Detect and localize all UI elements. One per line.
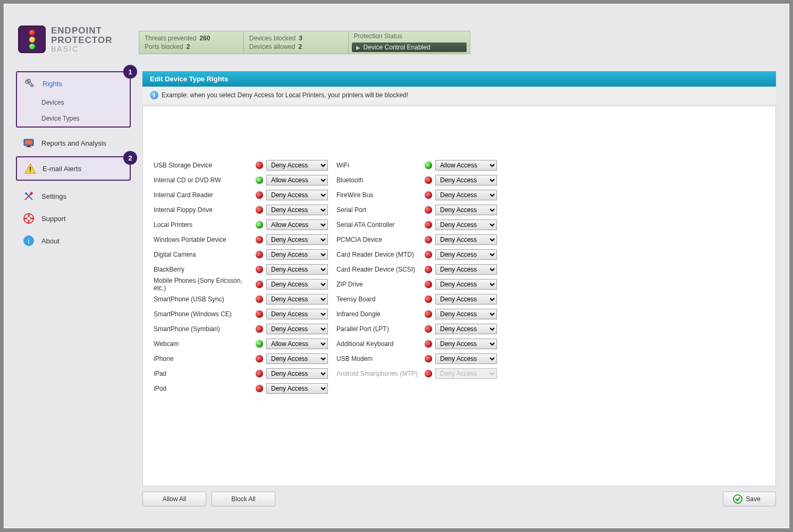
deny-dot-icon	[425, 310, 432, 318]
access-select[interactable]: Allow AccessDeny Access	[266, 294, 328, 305]
brand-line-3: BASIC	[51, 45, 112, 53]
access-select[interactable]: Allow AccessDeny Access	[435, 309, 497, 319]
access-select[interactable]: Allow AccessDeny Access	[266, 234, 328, 245]
access-select[interactable]: Allow AccessDeny Access	[435, 190, 497, 200]
panel-body: USB Storage DeviceAllow AccessDeny Acces…	[142, 106, 776, 486]
access-select[interactable]: Allow AccessDeny Access	[435, 353, 497, 364]
device-label: FireWire Bus	[336, 191, 421, 199]
keys-icon	[23, 78, 37, 89]
deny-dot-icon	[425, 266, 432, 273]
device-row: Digital CameraAllow AccessDeny Access	[154, 249, 328, 260]
allow-dot-icon	[425, 162, 432, 169]
block-all-button[interactable]: Block All	[212, 492, 275, 506]
access-select[interactable]: Allow AccessDeny Access	[435, 339, 497, 349]
access-select[interactable]: Allow AccessDeny Access	[435, 219, 497, 230]
access-select: Allow AccessDeny Access	[435, 368, 497, 379]
access-select[interactable]: Allow AccessDeny Access	[435, 205, 497, 215]
access-select[interactable]: Allow AccessDeny Access	[266, 219, 328, 230]
nav-reports[interactable]: Reports and Analysis	[16, 132, 131, 154]
deny-dot-icon	[425, 295, 432, 303]
lifering-icon	[22, 213, 36, 224]
access-select[interactable]: Allow AccessDeny Access	[266, 205, 328, 215]
access-select[interactable]: Allow AccessDeny Access	[435, 279, 497, 290]
app-frame: ENDPOINT PROTECTOR BASIC Threats prevent…	[0, 0, 793, 532]
device-row: Card Reader Device (MTD)Allow AccessDeny…	[336, 249, 497, 260]
access-select[interactable]: Allow AccessDeny Access	[266, 264, 328, 275]
access-select[interactable]: Allow AccessDeny Access	[266, 160, 328, 171]
access-select[interactable]: Allow AccessDeny Access	[266, 368, 328, 379]
deny-dot-icon	[256, 355, 263, 362]
device-label: Webcam	[154, 340, 252, 348]
nav-rights[interactable]: Rights	[17, 72, 130, 95]
device-row: SmartPhone (USB Sync)Allow AccessDeny Ac…	[154, 293, 328, 305]
device-label: USB Storage Device	[154, 162, 252, 169]
play-icon: ▶	[356, 45, 360, 50]
save-button[interactable]: Save	[723, 492, 776, 506]
device-label: iPhone	[154, 355, 252, 362]
device-row: Serial ATA ControllerAllow AccessDeny Ac…	[336, 219, 497, 231]
access-select[interactable]: Allow AccessDeny Access	[266, 309, 328, 319]
nav-settings-label: Settings	[41, 192, 66, 200]
callout-2: 2	[123, 151, 137, 165]
device-row: iPadAllow AccessDeny Access	[154, 368, 328, 379]
access-select[interactable]: Allow AccessDeny Access	[266, 324, 328, 334]
protection-title: Protection Status	[349, 31, 470, 40]
device-label: Internal Card Reader	[154, 191, 252, 199]
ports-value: 2	[187, 43, 190, 50]
nav-support[interactable]: Support	[16, 207, 131, 230]
device-row: Parallel Port (LPT)Allow AccessDeny Acce…	[336, 323, 497, 335]
info-icon: i	[22, 235, 36, 247]
access-select[interactable]: Allow AccessDeny Access	[266, 383, 328, 394]
device-label: SmartPhone (USB Sync)	[154, 295, 252, 303]
device-label: WiFi	[336, 162, 421, 169]
blocked-value: 3	[299, 35, 302, 42]
device-column-right: WiFiAllow AccessDeny AccessBluetoothAllo…	[336, 159, 497, 379]
access-select[interactable]: Allow AccessDeny Access	[435, 264, 497, 275]
deny-dot-icon	[425, 370, 432, 377]
device-row: Infrared DongleAllow AccessDeny Access	[336, 308, 497, 320]
access-select[interactable]: Allow AccessDeny Access	[266, 353, 328, 364]
deny-dot-icon	[425, 221, 432, 229]
nav-about[interactable]: i About	[16, 230, 131, 252]
brand-text: ENDPOINT PROTECTOR BASIC	[51, 26, 112, 53]
device-row: Internal Card ReaderAllow AccessDeny Acc…	[154, 189, 328, 201]
access-select[interactable]: Allow AccessDeny Access	[435, 175, 497, 185]
nav-device-types-label: Device Types	[41, 115, 80, 122]
device-row: Internal CD or DVD RWAllow AccessDeny Ac…	[154, 174, 328, 186]
device-label: SmartPhone (Windows CE)	[154, 310, 252, 318]
access-select[interactable]: Allow AccessDeny Access	[266, 339, 328, 349]
deny-dot-icon	[256, 251, 263, 258]
device-label: ZIP Drive	[336, 281, 421, 288]
access-select[interactable]: Allow AccessDeny Access	[435, 160, 497, 171]
access-select[interactable]: Allow AccessDeny Access	[266, 279, 328, 290]
svg-rect-6	[30, 167, 31, 170]
access-select[interactable]: Allow AccessDeny Access	[435, 324, 497, 334]
access-select[interactable]: Allow AccessDeny Access	[435, 234, 497, 245]
device-row: PCMCIA DeviceAllow AccessDeny Access	[336, 234, 497, 246]
device-row: FireWire BusAllow AccessDeny Access	[336, 189, 497, 201]
allow-all-button[interactable]: Allow All	[142, 492, 206, 506]
deny-dot-icon	[425, 236, 432, 243]
access-select[interactable]: Allow AccessDeny Access	[266, 190, 328, 200]
panel-title: Edit Device Type Rights	[142, 71, 776, 87]
svg-text:i: i	[28, 237, 30, 245]
access-select[interactable]: Allow AccessDeny Access	[266, 249, 328, 260]
deny-dot-icon	[425, 251, 432, 258]
nav-settings[interactable]: Settings	[16, 185, 131, 207]
device-label: BlackBerry	[154, 266, 252, 273]
nav-devices[interactable]: Devices	[17, 95, 130, 111]
protection-status[interactable]: ▶ Device Control Enabled	[352, 43, 467, 52]
device-row: BlackBerryAllow AccessDeny Access	[154, 264, 328, 275]
blocked-label: Devices blocked	[249, 35, 296, 42]
device-label: Mobile Phones (Sony Ericsson, etc.)	[154, 277, 252, 292]
access-select[interactable]: Allow AccessDeny Access	[266, 175, 328, 185]
access-select[interactable]: Allow AccessDeny Access	[435, 294, 497, 305]
svg-rect-5	[26, 147, 31, 147]
nav-alerts[interactable]: E-mail Alerts	[17, 157, 130, 180]
device-label: Digital Camera	[154, 251, 252, 258]
device-label: Bluetooth	[336, 176, 421, 184]
access-select[interactable]: Allow AccessDeny Access	[435, 249, 497, 260]
deny-dot-icon	[256, 162, 263, 169]
device-row: SmartPhone (Windows CE)Allow AccessDeny …	[154, 308, 328, 320]
nav-device-types[interactable]: Device Types	[17, 111, 130, 126]
